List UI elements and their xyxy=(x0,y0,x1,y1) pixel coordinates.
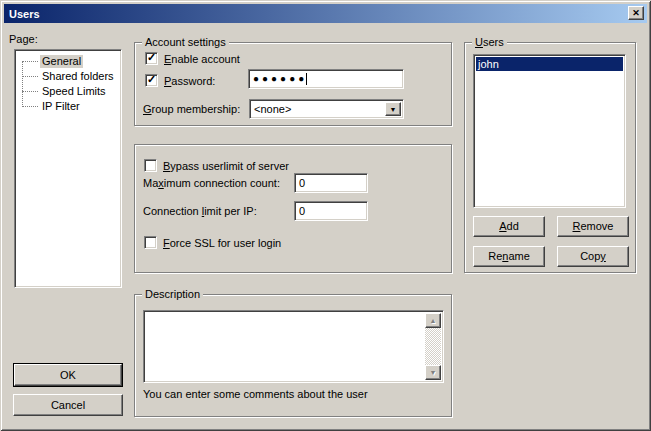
page-label: Page: xyxy=(9,33,38,46)
group-membership-label: Group membership: xyxy=(143,103,240,116)
password-value: ●●●●●● xyxy=(253,74,307,84)
connection-limit-per-ip-value: 0 xyxy=(299,205,305,217)
tree-item-label: Shared folders xyxy=(40,70,116,83)
account-settings-group: Account settings ✓ Enable account ✓ Pass… xyxy=(134,42,452,126)
titlebar[interactable]: Users ✕ xyxy=(4,4,647,23)
description-group-label: Description xyxy=(142,288,203,301)
ok-button-label: OK xyxy=(60,370,76,381)
arrow-up-icon: ▲ xyxy=(430,317,437,324)
description-group: Description ▲ ▼ You can enter some comme… xyxy=(134,294,452,417)
tree-connector xyxy=(22,76,38,77)
arrow-down-icon: ▼ xyxy=(430,369,437,376)
tree-item-shared-folders[interactable]: Shared folders xyxy=(15,69,121,84)
tree-item-label: IP Filter xyxy=(40,100,82,113)
remove-user-button-label: Remove xyxy=(573,221,614,232)
tree-connector xyxy=(22,91,38,92)
max-connection-count-label: Maximum connection count: xyxy=(143,177,280,190)
copy-user-button[interactable]: Copy xyxy=(557,246,629,267)
text-caret xyxy=(306,73,307,85)
enable-account-checkbox[interactable]: ✓ xyxy=(145,52,158,65)
group-membership-select[interactable]: <none> ▼ xyxy=(249,99,404,119)
scroll-up-button[interactable]: ▲ xyxy=(425,313,441,328)
tree-connector xyxy=(22,106,38,107)
add-user-button[interactable]: Add xyxy=(473,216,545,237)
password-checkbox[interactable]: ✓ xyxy=(145,74,158,87)
cancel-button-label: Cancel xyxy=(51,400,85,411)
password-input[interactable]: ●●●●●● xyxy=(248,69,404,89)
connection-limit-per-ip-input[interactable]: 0 xyxy=(294,201,368,221)
tree-item-label: Speed Limits xyxy=(40,85,108,98)
users-group: Users john Add Remove Rename Copy xyxy=(464,42,636,273)
bypass-userlimit-label: Bypass userlimit of server xyxy=(163,160,289,173)
close-button[interactable]: ✕ xyxy=(628,6,644,20)
rename-user-button-label: Rename xyxy=(488,251,530,262)
vertical-scrollbar[interactable]: ▲ ▼ xyxy=(425,313,441,380)
dropdown-button[interactable]: ▼ xyxy=(385,102,401,116)
tree-item-general[interactable]: General xyxy=(15,54,121,69)
description-hint: You can enter some comments about the us… xyxy=(143,388,368,401)
user-name: john xyxy=(478,58,499,70)
checkmark-icon: ✓ xyxy=(147,74,156,85)
rename-user-button[interactable]: Rename xyxy=(473,246,545,267)
users-listbox[interactable]: john xyxy=(473,54,626,208)
ok-button[interactable]: OK xyxy=(14,364,122,386)
copy-user-button-label: Copy xyxy=(580,251,606,262)
scroll-down-button[interactable]: ▼ xyxy=(425,365,441,380)
tree-item-speed-limits[interactable]: Speed Limits xyxy=(15,84,121,99)
description-textarea[interactable]: ▲ ▼ xyxy=(143,310,444,383)
add-user-button-label: Add xyxy=(499,221,519,232)
users-dialog: Users ✕ Page: General Shared folders Spe… xyxy=(0,0,651,431)
account-settings-group-label: Account settings xyxy=(142,36,229,49)
password-label: Password: xyxy=(164,75,215,88)
remove-user-button[interactable]: Remove xyxy=(557,216,629,237)
connection-limit-per-ip-label: Connection limit per IP: xyxy=(143,205,257,218)
checkmark-icon: ✓ xyxy=(147,52,156,63)
group-membership-value: <none> xyxy=(254,103,291,115)
enable-account-label: Enable account xyxy=(164,53,240,66)
force-ssl-checkbox[interactable] xyxy=(144,236,157,249)
tree-item-ip-filter[interactable]: IP Filter xyxy=(15,99,121,114)
scrollbar-track[interactable] xyxy=(425,328,441,365)
page-tree[interactable]: General Shared folders Speed Limits IP F… xyxy=(14,49,122,288)
force-ssl-label: Force SSL for user login xyxy=(163,237,281,250)
tree-item-label: General xyxy=(40,55,83,68)
bypass-userlimit-checkbox[interactable] xyxy=(144,159,157,172)
connection-limits-group: Bypass userlimit of server Maximum conne… xyxy=(134,144,452,273)
tree-connector xyxy=(22,61,38,62)
chevron-down-icon: ▼ xyxy=(390,106,397,113)
max-connection-count-input[interactable]: 0 xyxy=(294,173,368,193)
close-icon: ✕ xyxy=(632,9,640,18)
users-group-label: Users xyxy=(472,36,507,49)
max-connection-count-value: 0 xyxy=(299,177,305,189)
window-title: Users xyxy=(9,8,40,20)
cancel-button[interactable]: Cancel xyxy=(13,394,123,416)
list-item[interactable]: john xyxy=(476,57,623,71)
